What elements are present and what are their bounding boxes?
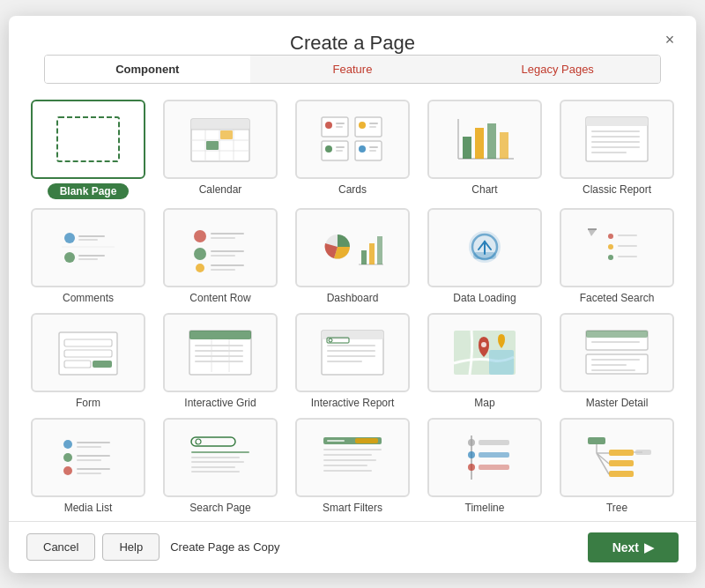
- svg-rect-107: [77, 459, 101, 461]
- svg-rect-103: [77, 442, 110, 443]
- svg-rect-86: [327, 345, 375, 346]
- comments-icon-wrap: [31, 208, 145, 287]
- page-type-media-list[interactable]: Media List: [26, 418, 150, 514]
- page-type-data-loading[interactable]: Data Loading: [423, 208, 546, 304]
- svg-rect-13: [336, 123, 345, 124]
- smart-filters-label: Smart Filters: [323, 502, 382, 514]
- svg-rect-113: [191, 451, 249, 453]
- search-page-label: Search Page: [189, 502, 250, 514]
- page-type-map[interactable]: Map: [423, 313, 546, 409]
- page-type-content-row[interactable]: Content Row: [159, 208, 282, 304]
- interactive-grid-icon: [181, 324, 260, 381]
- svg-point-112: [196, 439, 201, 444]
- svg-rect-60: [377, 236, 382, 264]
- svg-rect-115: [191, 461, 244, 463]
- data-loading-icon: [445, 219, 524, 276]
- svg-rect-58: [361, 250, 367, 264]
- classic-report-label: Classic Report: [583, 183, 651, 196]
- page-type-comments[interactable]: Comments: [26, 208, 150, 304]
- svg-rect-2: [191, 119, 249, 130]
- svg-rect-104: [77, 446, 101, 448]
- svg-point-50: [194, 248, 206, 260]
- tab-legacy[interactable]: Legacy Pages: [455, 56, 660, 83]
- svg-point-108: [63, 466, 72, 475]
- svg-point-40: [64, 233, 75, 243]
- svg-rect-120: [355, 438, 378, 443]
- dashboard-icon-wrap: [295, 208, 410, 287]
- page-type-faceted-search[interactable]: Faceted Search: [555, 208, 679, 304]
- svg-point-131: [468, 464, 475, 471]
- tab-feature[interactable]: Feature: [250, 56, 456, 83]
- svg-rect-31: [487, 123, 496, 159]
- svg-rect-39: [591, 152, 627, 153]
- svg-rect-128: [479, 440, 509, 445]
- timeline-icon-wrap: [427, 418, 542, 497]
- page-grid-container: Blank Page: [9, 96, 696, 521]
- page-type-interactive-report[interactable]: Interactive Report: [291, 313, 414, 409]
- page-type-form[interactable]: Form: [26, 313, 150, 409]
- svg-rect-133: [588, 437, 605, 444]
- page-type-search-page[interactable]: Search Page: [159, 418, 282, 514]
- next-label: Next: [612, 540, 639, 555]
- tree-label: Tree: [606, 502, 627, 514]
- svg-rect-139: [609, 460, 634, 466]
- svg-rect-55: [211, 269, 235, 271]
- classic-report-icon: [577, 110, 657, 167]
- page-type-blank[interactable]: Blank Page: [26, 100, 150, 199]
- page-type-timeline[interactable]: Timeline: [423, 418, 546, 514]
- interactive-grid-label: Interactive Grid: [184, 397, 256, 409]
- svg-rect-30: [475, 128, 484, 159]
- close-button[interactable]: ×: [657, 28, 682, 53]
- page-type-calendar[interactable]: Calendar: [159, 100, 282, 199]
- svg-rect-52: [211, 255, 235, 257]
- page-type-chart[interactable]: Chart: [423, 100, 546, 199]
- page-type-tree[interactable]: Tree: [555, 418, 679, 514]
- svg-line-136: [597, 453, 609, 464]
- create-page-as-copy-button[interactable]: Create Page as Copy: [167, 534, 283, 560]
- svg-rect-116: [191, 466, 235, 468]
- page-type-smart-filters[interactable]: Smart Filters: [291, 418, 414, 514]
- interactive-report-label: Interactive Report: [311, 397, 395, 409]
- help-button[interactable]: Help: [102, 533, 160, 561]
- page-type-cards[interactable]: Cards: [291, 100, 414, 199]
- form-icon: [48, 324, 128, 381]
- tab-component[interactable]: Component: [45, 56, 250, 83]
- svg-rect-29: [463, 137, 471, 159]
- svg-rect-10: [220, 130, 233, 139]
- tree-icon-wrap: [560, 418, 674, 497]
- create-page-modal: Create a Page × Component Feature Legacy…: [9, 16, 696, 573]
- svg-rect-121: [323, 449, 382, 450]
- svg-rect-32: [500, 132, 508, 159]
- smart-filters-icon-wrap: [295, 418, 410, 497]
- classic-report-icon-wrap: [560, 100, 674, 179]
- page-type-master-detail[interactable]: Master Detail: [555, 313, 679, 409]
- media-list-label: Media List: [64, 502, 113, 514]
- svg-rect-142: [635, 450, 651, 455]
- svg-rect-35: [591, 130, 640, 132]
- comments-icon: [48, 219, 128, 276]
- svg-rect-26: [369, 150, 376, 152]
- page-type-interactive-grid[interactable]: Interactive Grid: [159, 313, 282, 409]
- data-loading-icon-wrap: [427, 208, 542, 287]
- svg-rect-119: [327, 440, 345, 442]
- cancel-button[interactable]: Cancel: [26, 533, 95, 561]
- svg-rect-66: [618, 234, 637, 236]
- calendar-label: Calendar: [199, 183, 242, 196]
- svg-point-129: [468, 451, 475, 458]
- svg-rect-21: [336, 146, 345, 148]
- page-type-dashboard[interactable]: Dashboard: [291, 208, 414, 304]
- map-icon: [445, 324, 524, 381]
- calendar-icon: [181, 110, 260, 167]
- page-type-grid: Blank Page: [26, 100, 679, 521]
- next-button[interactable]: Next ▶: [588, 532, 679, 562]
- svg-point-69: [608, 255, 613, 260]
- svg-rect-114: [191, 457, 240, 458]
- map-icon-wrap: [427, 313, 542, 392]
- master-detail-label: Master Detail: [586, 397, 649, 409]
- content-row-label: Content Row: [189, 292, 250, 304]
- interactive-report-icon-wrap: [295, 313, 410, 392]
- svg-rect-117: [191, 471, 240, 473]
- svg-rect-41: [78, 235, 105, 237]
- page-type-classic-report[interactable]: Classic Report: [555, 100, 679, 199]
- svg-rect-81: [195, 361, 243, 362]
